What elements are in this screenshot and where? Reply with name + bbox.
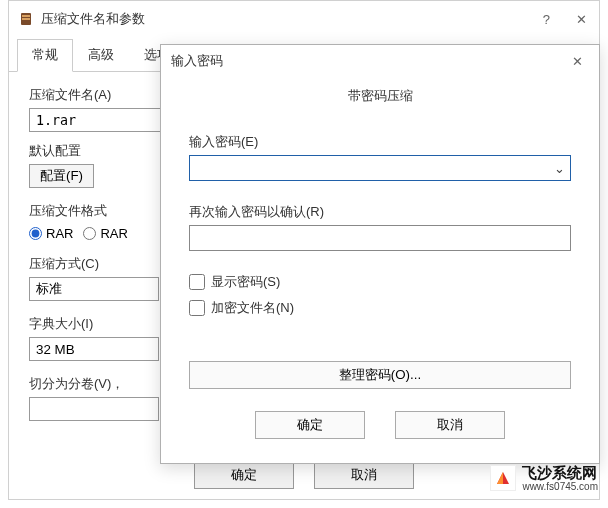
pwd-close-button[interactable]: ✕ <box>566 52 589 71</box>
show-password-checkbox[interactable]: 显示密码(S) <box>189 273 571 291</box>
pwd-ok-button[interactable]: 确定 <box>255 411 365 439</box>
main-cancel-button[interactable]: 取消 <box>314 461 414 489</box>
encrypt-names-label: 加密文件名(N) <box>211 299 294 317</box>
radio-rar-input[interactable] <box>29 227 42 240</box>
svg-rect-2 <box>22 18 30 20</box>
pwd-titlebar: 输入密码 ✕ <box>161 45 599 77</box>
tab-general[interactable]: 常规 <box>17 39 73 72</box>
app-icon <box>17 10 35 28</box>
watermark-url: www.fs0745.com <box>522 481 598 492</box>
encrypt-names-checkbox[interactable]: 加密文件名(N) <box>189 299 571 317</box>
close-button[interactable]: ✕ <box>572 8 591 31</box>
enter-password-label: 输入密码(E) <box>189 133 571 151</box>
config-button[interactable]: 配置(F) <box>29 164 94 188</box>
encrypt-names-input[interactable] <box>189 300 205 316</box>
main-titlebar: 压缩文件名和参数 ? ✕ <box>9 1 599 37</box>
tab-advanced[interactable]: 高级 <box>73 39 129 71</box>
password-combo[interactable]: ⌄ <box>189 155 571 181</box>
reenter-password-label: 再次输入密码以确认(R) <box>189 203 571 221</box>
organize-passwords-button[interactable]: 整理密码(O)... <box>189 361 571 389</box>
pwd-cancel-button[interactable]: 取消 <box>395 411 505 439</box>
watermark-name: 飞沙系统网 <box>522 465 598 482</box>
password-confirm-input[interactable] <box>189 225 571 251</box>
radio-rar-label: RAR <box>46 226 73 241</box>
pwd-body: 输入密码(E) ⌄ 再次输入密码以确认(R) 显示密码(S) 加密文件名(N) … <box>161 133 599 439</box>
main-ok-button[interactable]: 确定 <box>194 461 294 489</box>
pwd-title: 输入密码 <box>171 52 566 70</box>
pwd-heading: 带密码压缩 <box>161 87 599 105</box>
dict-select[interactable] <box>29 337 159 361</box>
split-input[interactable] <box>29 397 159 421</box>
radio-rar[interactable]: RAR <box>29 226 73 241</box>
show-password-label: 显示密码(S) <box>211 273 280 291</box>
show-password-input[interactable] <box>189 274 205 290</box>
method-select[interactable] <box>29 277 159 301</box>
radio-rar4-input[interactable] <box>83 227 96 240</box>
pwd-footer: 确定 取消 <box>189 411 571 439</box>
svg-rect-1 <box>22 15 30 17</box>
radio-rar4-label: RAR <box>100 226 127 241</box>
radio-rar4[interactable]: RAR <box>83 226 127 241</box>
titlebar-buttons: ? ✕ <box>539 8 591 31</box>
watermark: 飞沙系统网 www.fs0745.com <box>490 465 598 493</box>
help-button[interactable]: ? <box>539 8 554 31</box>
main-title: 压缩文件名和参数 <box>41 10 539 28</box>
watermark-logo-icon <box>490 465 516 491</box>
password-dialog: 输入密码 ✕ 带密码压缩 输入密码(E) ⌄ 再次输入密码以确认(R) 显示密码… <box>160 44 600 464</box>
chevron-down-icon[interactable]: ⌄ <box>548 156 570 180</box>
